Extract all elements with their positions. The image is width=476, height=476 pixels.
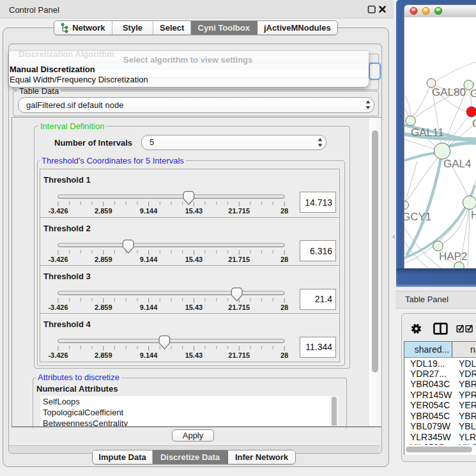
svg-text:HAP2: HAP2 [439, 250, 467, 263]
svg-text:9.144: 9.144 [140, 256, 158, 263]
svg-text:15.43: 15.43 [185, 351, 203, 359]
svg-text:GAL3: GAL3 [470, 88, 476, 100]
svg-text:28: 28 [280, 351, 288, 359]
svg-text:GAL4: GAL4 [443, 158, 471, 170]
svg-text:15.43: 15.43 [185, 207, 203, 215]
svg-text:-3.426: -3.426 [48, 351, 68, 359]
svg-text:28: 28 [280, 303, 288, 311]
svg-text:9.144: 9.144 [140, 303, 158, 311]
svg-text:GAL11: GAL11 [411, 127, 444, 139]
svg-text:HIS4: HIS4 [471, 209, 476, 221]
svg-text:-3.426: -3.426 [48, 303, 68, 311]
svg-text:15.43: 15.43 [185, 256, 203, 263]
svg-text:GCY1: GCY1 [404, 211, 431, 223]
svg-text:-3.426: -3.426 [48, 256, 68, 263]
svg-text:2.859: 2.859 [95, 207, 112, 215]
svg-text:2.859: 2.859 [95, 256, 112, 263]
svg-text:21.715: 21.715 [228, 351, 250, 359]
svg-text:2.859: 2.859 [95, 351, 112, 359]
svg-text:9.144: 9.144 [140, 207, 158, 215]
svg-text:2.859: 2.859 [95, 303, 112, 311]
svg-text:28: 28 [280, 207, 288, 215]
svg-text:21.715: 21.715 [228, 207, 250, 215]
svg-text:9.144: 9.144 [140, 351, 158, 359]
svg-text:GAL80: GAL80 [432, 86, 466, 98]
svg-text:21.715: 21.715 [228, 256, 250, 263]
svg-text:-3.426: -3.426 [48, 207, 68, 215]
svg-text:28: 28 [280, 256, 288, 263]
svg-text:21.715: 21.715 [228, 303, 250, 311]
svg-text:CYC8: CYC8 [472, 118, 476, 130]
svg-text:15.43: 15.43 [185, 303, 203, 311]
